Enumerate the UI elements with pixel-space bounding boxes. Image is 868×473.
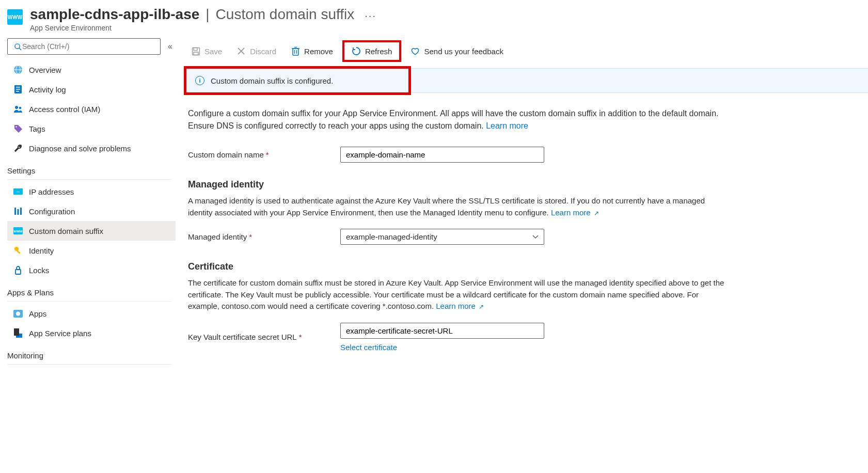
www-icon: WWW — [13, 226, 23, 235]
sidebar-item-label: Identity — [29, 246, 54, 255]
select-certificate-link[interactable]: Select certificate — [340, 343, 544, 352]
svg-point-11 — [15, 126, 17, 128]
save-icon — [191, 46, 200, 56]
sidebar-item-label: Locks — [29, 266, 49, 275]
resource-type-subtitle: App Service Environment — [30, 24, 868, 32]
svg-text:WWW: WWW — [14, 230, 23, 233]
sidebar-item-activity-log[interactable]: Activity log — [7, 80, 176, 99]
learn-more-link[interactable]: Learn more — [486, 121, 528, 130]
sidebar-item-custom-domain-suffix[interactable]: WWW Custom domain suffix — [7, 221, 176, 241]
sidebar-item-configuration[interactable]: Configuration — [7, 201, 176, 221]
svg-line-1 — [19, 48, 21, 50]
info-banner: i Custom domain suffix is configured. — [186, 68, 868, 93]
sidebar-item-app-service-plans[interactable]: App Service plans — [7, 323, 176, 343]
sidebar-item-apps[interactable]: Apps — [7, 304, 176, 323]
sidebar-item-label: Access control (IAM) — [29, 105, 100, 114]
svg-rect-14 — [14, 208, 16, 215]
globe-icon — [13, 65, 23, 74]
chevron-down-icon — [532, 235, 539, 239]
search-input[interactable] — [22, 42, 155, 51]
sidebar-item-diagnose[interactable]: Diagnose and solve problems — [7, 138, 176, 158]
page-title-separator: | — [206, 6, 209, 23]
resource-name: sample-cdns-app-ilb-ase — [30, 6, 199, 23]
managed-identity-value: example-managed-identity — [346, 232, 437, 241]
sidebar-item-label: Custom domain suffix — [29, 227, 103, 235]
sidebar-item-overview[interactable]: Overview — [7, 60, 176, 80]
ip-icon: ··· — [13, 187, 23, 196]
learn-more-link-mi[interactable]: Learn more ↗ — [551, 208, 599, 217]
refresh-icon — [352, 46, 361, 56]
save-button: Save — [186, 43, 227, 59]
svg-rect-7 — [16, 89, 20, 90]
managed-identity-label: Managed identity* — [188, 232, 340, 241]
log-icon — [13, 85, 23, 94]
svg-point-23 — [16, 311, 20, 316]
svg-rect-6 — [16, 87, 20, 88]
search-icon — [13, 42, 22, 51]
managed-identity-heading: Managed identity — [188, 179, 729, 190]
collapse-sidebar-button[interactable]: « — [168, 42, 172, 51]
sidebar-item-label: Apps — [29, 309, 46, 318]
remove-button[interactable]: Remove — [286, 43, 338, 59]
external-link-icon: ↗ — [479, 303, 484, 310]
search-box[interactable] — [7, 38, 161, 55]
sidebar-item-label: Diagnose and solve problems — [29, 144, 131, 153]
feedback-label: Send us your feedback — [424, 47, 503, 56]
wrench-icon — [13, 144, 23, 153]
save-label: Save — [204, 47, 222, 56]
key-icon — [13, 246, 23, 255]
svg-point-9 — [15, 106, 18, 109]
svg-rect-31 — [293, 49, 298, 55]
discard-label: Discard — [250, 47, 276, 56]
learn-more-link-cert[interactable]: Learn more ↗ — [436, 302, 484, 310]
svg-rect-8 — [16, 91, 19, 92]
kv-secret-input[interactable] — [340, 323, 544, 339]
svg-rect-28 — [194, 52, 198, 55]
svg-rect-15 — [18, 209, 19, 215]
sidebar-item-label: Overview — [29, 66, 61, 74]
custom-domain-label: Custom domain name* — [188, 150, 340, 159]
sidebar-item-access-control[interactable]: Access control (IAM) — [7, 99, 176, 119]
sidebar-item-locks[interactable]: Locks — [7, 260, 176, 280]
managed-identity-select[interactable]: example-managed-identity — [340, 229, 544, 245]
certificate-description: The certificate for custom domain suffix… — [188, 277, 729, 312]
lock-icon — [13, 265, 23, 275]
remove-label: Remove — [304, 47, 333, 56]
refresh-button[interactable]: Refresh — [346, 43, 398, 59]
kv-secret-label: Key Vault certificate secret URL* — [188, 333, 340, 341]
info-icon: i — [195, 76, 204, 85]
sidebar-item-ip-addresses[interactable]: ··· IP addresses — [7, 182, 176, 201]
plan-icon — [13, 328, 23, 338]
external-link-icon: ↗ — [594, 210, 599, 217]
trash-icon — [291, 46, 300, 56]
info-banner-message: Custom domain suffix is configured. — [211, 76, 333, 85]
people-icon — [13, 104, 23, 114]
sidebar-section-apps-plans: Apps & Plans — [7, 280, 176, 301]
more-button[interactable]: ··· — [360, 10, 381, 22]
sidebar-item-label: Configuration — [29, 207, 75, 216]
feedback-button[interactable]: Send us your feedback — [405, 43, 508, 59]
sidebar: « Overview Activity log Access control (… — [0, 34, 176, 473]
sidebar-item-label: Activity log — [29, 85, 66, 94]
intro-description: Configure a custom domain suffix for you… — [188, 107, 729, 132]
sidebar-section-monitoring: Monitoring — [7, 343, 176, 364]
sidebar-item-tags[interactable]: Tags — [7, 119, 176, 138]
svg-text:···: ··· — [17, 190, 20, 194]
svg-rect-21 — [15, 270, 21, 274]
svg-rect-25 — [14, 328, 19, 336]
svg-point-0 — [14, 43, 19, 48]
discard-icon — [236, 46, 246, 56]
discard-button: Discard — [231, 43, 281, 59]
sidebar-item-label: App Service plans — [29, 329, 91, 338]
page-title: Custom domain suffix — [216, 6, 355, 23]
refresh-label: Refresh — [365, 47, 392, 56]
app-icon — [13, 309, 23, 318]
sidebar-item-label: Tags — [29, 124, 45, 133]
sidebar-item-label: IP addresses — [29, 187, 74, 196]
main-content: Save Discard Remove Refresh — [176, 34, 868, 473]
sidebar-item-identity[interactable]: Identity — [7, 241, 176, 260]
svg-rect-16 — [20, 208, 22, 215]
svg-rect-27 — [194, 48, 197, 50]
resource-icon: WWW — [7, 9, 23, 25]
custom-domain-input[interactable] — [340, 147, 544, 163]
